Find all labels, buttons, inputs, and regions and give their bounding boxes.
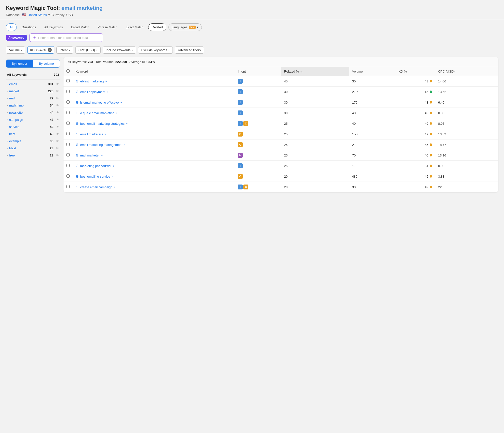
sidebar-item-example[interactable]: › example 36 👁 [6, 138, 60, 145]
filter-advanced[interactable]: Advanced filters [175, 46, 204, 54]
kd-cell-inner: 31 [399, 164, 432, 168]
tab-related[interactable]: Related [148, 23, 167, 31]
tab-all-keywords[interactable]: All Keywords [41, 23, 66, 31]
th-keyword[interactable]: Keyword [73, 67, 235, 76]
kd-value: 45 [425, 175, 428, 178]
filter-cpc[interactable]: CPC (USD) ▾ [75, 46, 101, 54]
th-related[interactable]: Related % ⇅ [281, 67, 349, 76]
sidebar-item-mailchimp[interactable]: › mailchimp 54 👁 [6, 102, 60, 109]
eye-icon[interactable]: 👁 [56, 125, 59, 129]
kd-dot [430, 91, 432, 93]
tab-languages[interactable]: Languages beta ▾ [168, 23, 202, 31]
table-row: ⊕ is email marketing effective » I 30 17… [63, 97, 498, 108]
th-kd[interactable]: KD % [396, 67, 435, 76]
sidebar-item-newsletter[interactable]: › newsletter 44 👁 [6, 109, 60, 116]
keyword-link[interactable]: ⊕ eblast marketing » [76, 79, 232, 83]
row-checkbox[interactable] [66, 132, 70, 135]
th-intent[interactable]: Intent [235, 67, 281, 76]
filter-intent[interactable]: Intent ▾ [56, 46, 73, 54]
tab-exact-match[interactable]: Exact Match [122, 23, 147, 31]
eye-icon[interactable]: 👁 [56, 132, 59, 136]
related-value: 30 [284, 90, 287, 94]
kd-cell-inner: 43 [399, 79, 432, 83]
cpc-value: 0.00 [438, 164, 444, 168]
eye-icon[interactable]: 👁 [56, 154, 59, 157]
sidebar-item-campaign[interactable]: › campaign 43 👁 [6, 116, 60, 123]
row-checkbox[interactable] [66, 90, 70, 93]
keyword-link[interactable]: ⊕ best emailing service » [76, 174, 232, 179]
toggle-by-number[interactable]: By number [6, 60, 33, 67]
eye-icon[interactable]: 👁 [56, 96, 59, 100]
eye-icon[interactable]: 👁 [56, 139, 59, 143]
row-volume-cell: 40 [349, 118, 396, 129]
keyword-link[interactable]: ⊕ mail marketer » [76, 153, 232, 157]
ai-domain-input-wrap[interactable]: ✦ Enter domain for personalized data [29, 33, 103, 42]
chevron-down-icon: ▾ [21, 49, 22, 51]
row-checkbox[interactable] [66, 122, 70, 125]
filter-include-keywords[interactable]: Include keywords ▾ [103, 46, 136, 54]
kd-dot [430, 186, 432, 188]
filter-kd-clear[interactable]: ✕ [48, 48, 52, 52]
sidebar-item-service[interactable]: › service 43 👁 [6, 123, 60, 130]
row-related-cell: 25 [281, 118, 349, 129]
row-checkbox[interactable] [66, 111, 70, 114]
row-checkbox[interactable] [66, 79, 70, 82]
tab-phrase-match[interactable]: Phrase Match [94, 23, 121, 31]
sidebar-item-best[interactable]: › best 40 👁 [6, 130, 60, 138]
page-title: Keyword Magic Tool: email marketing [6, 5, 498, 11]
database-link[interactable]: United States [28, 13, 47, 17]
volume-value: 480 [352, 175, 358, 178]
keyword-link[interactable]: ⊕ o que é email marketing » [76, 111, 232, 115]
tab-broad-match[interactable]: Broad Match [67, 23, 93, 31]
keyword-link[interactable]: ⊕ email marketers » [76, 132, 232, 136]
sidebar-item-mail[interactable]: › mail 77 👁 [6, 95, 60, 102]
sidebar-item-market[interactable]: › market 225 👁 [6, 88, 60, 95]
row-intent-cell: I [235, 161, 281, 171]
eye-icon[interactable]: 👁 [56, 111, 59, 114]
sidebar-item-right: 36 👁 [50, 139, 59, 143]
intent-badge-group: I [238, 110, 278, 115]
intent-badge-group: C [238, 132, 278, 137]
chevron-down-icon[interactable]: ▾ [48, 13, 50, 17]
keyword-link[interactable]: ⊕ is email marketing effective » [76, 100, 232, 105]
sidebar-item-count: 43 [50, 125, 53, 129]
row-checkbox-cell [63, 161, 73, 171]
filter-exclude-keywords[interactable]: Exclude keywords ▾ [138, 46, 173, 54]
chevron-down-icon: ▾ [69, 49, 70, 51]
row-checkbox[interactable] [66, 185, 70, 188]
row-checkbox[interactable] [66, 174, 70, 178]
kd-dot [430, 175, 432, 178]
tab-all[interactable]: All [6, 23, 17, 31]
keyword-link[interactable]: ⊕ marketing par courriel » [76, 164, 232, 168]
row-checkbox[interactable] [66, 100, 70, 104]
sidebar-item-free[interactable]: › free 28 👁 [6, 152, 60, 159]
select-all-checkbox[interactable] [66, 69, 70, 73]
eye-icon[interactable]: 👁 [56, 146, 59, 150]
filter-kd[interactable]: KD: 0–49% ✕ [27, 46, 54, 54]
kd-cell-inner: 49 [399, 132, 432, 136]
row-cpc-cell: 22 [435, 182, 498, 192]
row-cpc-cell: 18.77 [435, 139, 498, 150]
th-cpc[interactable]: CPC (USD) [435, 67, 498, 76]
th-volume[interactable]: Volume [349, 67, 396, 76]
row-kd-cell: 49 [396, 108, 435, 118]
keyword-link[interactable]: ⊕ best email marketing strategies » [76, 121, 232, 126]
tab-questions[interactable]: Questions [18, 23, 40, 31]
keyword-link[interactable]: ⊕ email marketing management » [76, 142, 232, 147]
keyword-link[interactable]: ⊕ create email campaign » [76, 185, 232, 189]
sidebar-item-blast[interactable]: › blast 28 👁 [6, 145, 60, 152]
sidebar-item-email[interactable]: › email 391 👁 [6, 80, 60, 88]
eye-icon[interactable]: 👁 [56, 118, 59, 122]
keyword-link[interactable]: ⊕ email deployment » [76, 90, 232, 94]
eye-icon[interactable]: 👁 [56, 104, 59, 107]
toggle-by-volume[interactable]: By volume [33, 60, 60, 67]
filter-volume[interactable]: Volume ▾ [6, 46, 25, 54]
eye-icon[interactable]: 👁 [56, 89, 59, 93]
row-checkbox[interactable] [66, 153, 70, 156]
row-checkbox[interactable] [66, 143, 70, 146]
row-volume-cell: 1.9K [349, 129, 396, 139]
eye-icon[interactable]: 👁 [56, 82, 59, 86]
intent-badge-c: C [238, 142, 243, 147]
sidebar-item-left: › best [7, 132, 15, 136]
row-checkbox[interactable] [66, 164, 70, 167]
